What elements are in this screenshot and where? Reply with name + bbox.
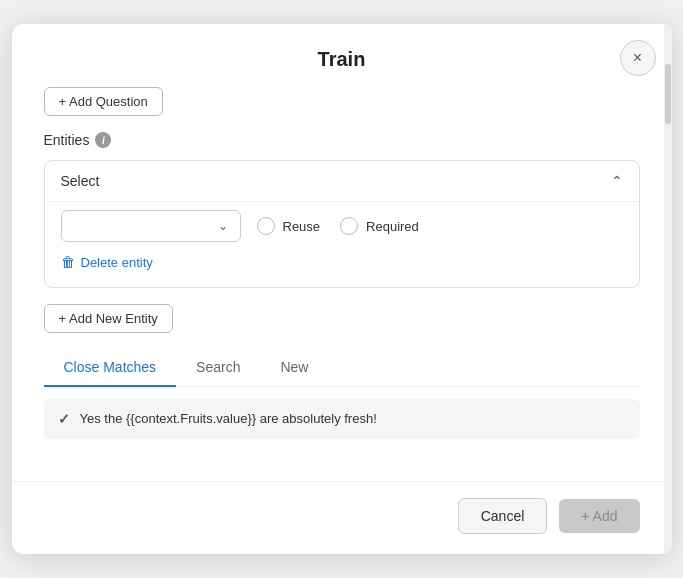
reuse-checkbox[interactable] <box>257 217 275 235</box>
checkbox-group: Reuse Required <box>257 217 419 235</box>
add-label: + Add <box>581 508 617 524</box>
delete-entity-button[interactable]: 🗑 Delete entity <box>61 254 153 270</box>
match-list: ✓ Yes the {{context.Fruits.value}} are a… <box>44 399 640 439</box>
close-button[interactable]: × <box>620 40 656 76</box>
reuse-checkbox-item[interactable]: Reuse <box>257 217 321 235</box>
select-section: Select ⌃ ⌄ Reuse <box>44 160 640 288</box>
modal-footer: Cancel + Add <box>12 481 672 554</box>
modal-overlay: Train × + Add Question Entities i Select… <box>0 0 683 578</box>
tabs-row: Close Matches Search New <box>44 349 640 387</box>
dropdown-arrow-icon: ⌄ <box>218 219 228 233</box>
add-question-button[interactable]: + Add Question <box>44 87 163 116</box>
cancel-label: Cancel <box>481 508 525 524</box>
add-question-label: + Add Question <box>59 94 148 109</box>
select-body: ⌄ Reuse Required <box>45 201 639 287</box>
match-item[interactable]: ✓ Yes the {{context.Fruits.value}} are a… <box>44 399 640 439</box>
select-header[interactable]: Select ⌃ <box>45 161 639 201</box>
modal-body: + Add Question Entities i Select ⌃ ⌄ <box>12 87 672 481</box>
entities-label: Entities i <box>44 132 640 148</box>
close-icon: × <box>633 49 642 67</box>
delete-entity-label: Delete entity <box>81 255 153 270</box>
reuse-label: Reuse <box>283 219 321 234</box>
tab-new[interactable]: New <box>260 349 328 387</box>
required-checkbox-item[interactable]: Required <box>340 217 419 235</box>
scrollbar-track[interactable] <box>664 24 672 554</box>
tab-new-label: New <box>280 359 308 375</box>
select-header-label: Select <box>61 173 100 189</box>
tab-close-matches[interactable]: Close Matches <box>44 349 177 387</box>
add-new-entity-label: + Add New Entity <box>59 311 158 326</box>
tab-search-label: Search <box>196 359 240 375</box>
entity-select-dropdown[interactable]: ⌄ <box>61 210 241 242</box>
entities-text: Entities <box>44 132 90 148</box>
trash-icon: 🗑 <box>61 254 75 270</box>
info-icon: i <box>95 132 111 148</box>
tab-search[interactable]: Search <box>176 349 260 387</box>
add-button[interactable]: + Add <box>559 499 639 533</box>
required-label: Required <box>366 219 419 234</box>
match-item-text: Yes the {{context.Fruits.value}} are abs… <box>80 411 377 426</box>
required-checkbox[interactable] <box>340 217 358 235</box>
chevron-up-icon: ⌃ <box>611 173 623 189</box>
modal-header: Train × <box>12 24 672 87</box>
modal: Train × + Add Question Entities i Select… <box>12 24 672 554</box>
check-icon: ✓ <box>58 411 70 427</box>
tab-close-matches-label: Close Matches <box>64 359 157 375</box>
select-row: ⌄ Reuse Required <box>61 210 623 242</box>
modal-title: Train <box>318 48 366 71</box>
cancel-button[interactable]: Cancel <box>458 498 548 534</box>
add-new-entity-button[interactable]: + Add New Entity <box>44 304 173 333</box>
